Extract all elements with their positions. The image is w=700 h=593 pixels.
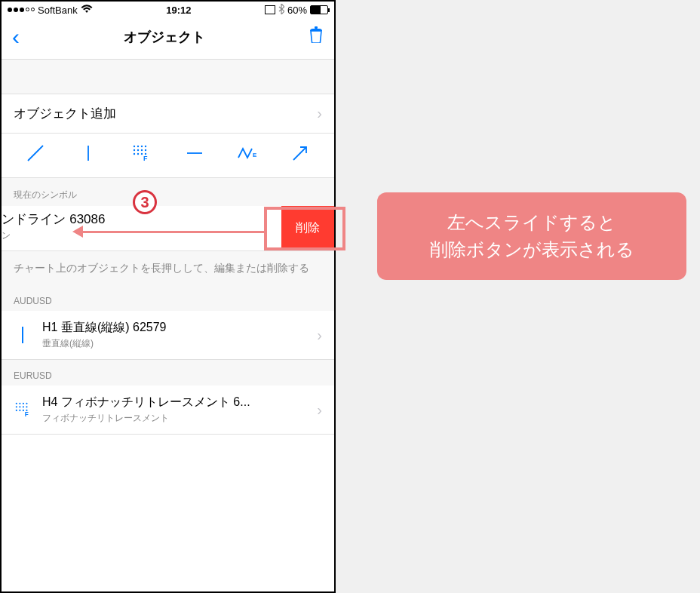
trendline-tool-icon[interactable] <box>20 144 51 167</box>
svg-point-29 <box>23 410 24 411</box>
tool-strip: F E <box>2 134 334 178</box>
horizontal-line-tool-icon[interactable] <box>180 144 210 167</box>
object-row-eurusd-0[interactable]: F H4 フィボナッチリトレースメント 6... フィボナッチリトレースメント … <box>2 386 334 435</box>
object-title: H1 垂直線(縦線) 62579 <box>42 320 306 336</box>
delete-button[interactable]: 削除 <box>281 206 334 250</box>
fibonacci-tool-icon[interactable]: F <box>126 145 156 166</box>
battery-percent: 60% <box>287 5 307 16</box>
callout-line-2: 削除ボタンが表示される <box>400 236 664 263</box>
bluetooth-icon <box>278 4 284 17</box>
back-button[interactable]: ‹ <box>12 26 20 48</box>
svg-point-11 <box>134 153 135 155</box>
carrier-label: SoftBank <box>38 5 78 16</box>
battery-icon <box>310 5 328 14</box>
svg-point-4 <box>137 146 139 147</box>
delete-button-label: 削除 <box>296 220 320 236</box>
svg-text:F: F <box>25 411 29 417</box>
orientation-lock-icon <box>265 5 275 14</box>
add-object-row[interactable]: オブジェクト追加 › <box>2 94 334 134</box>
nav-bar: ‹ オブジェクト <box>2 18 334 60</box>
svg-point-24 <box>19 406 20 407</box>
chevron-right-icon: › <box>317 105 322 122</box>
add-object-label: オブジェクト追加 <box>14 105 116 122</box>
annotation-arrow <box>75 231 264 233</box>
section-header-audusd: AUDUSD <box>2 285 334 311</box>
svg-point-27 <box>16 410 17 411</box>
svg-point-22 <box>26 403 27 404</box>
svg-point-9 <box>141 149 143 151</box>
chevron-right-icon: › <box>317 327 322 344</box>
object-row-audusd-0[interactable]: H1 垂直線(縦線) 62579 垂直線(縦線) › <box>2 311 334 360</box>
section-header-current: 現在のシンボル <box>2 178 334 206</box>
annotation-step-number: 3 <box>133 190 157 214</box>
svg-point-3 <box>134 146 135 147</box>
object-title: H4 フィボナッチリトレースメント 6... <box>42 395 306 410</box>
trash-button[interactable] <box>309 26 324 48</box>
swiped-object-row[interactable]: H4 トレンドライン 63086 レンドライン 削除 <box>2 206 334 251</box>
svg-text:F: F <box>143 155 148 161</box>
status-bar: SoftBank 19:12 60% <box>2 2 334 18</box>
spacer <box>2 60 334 94</box>
arrow-tool-icon[interactable] <box>285 144 315 167</box>
svg-point-5 <box>141 146 143 147</box>
svg-point-28 <box>19 410 20 411</box>
vertical-line-icon <box>14 327 32 343</box>
svg-line-18 <box>293 147 306 160</box>
object-subtitle: フィボナッチリトレースメント <box>42 412 306 425</box>
svg-point-7 <box>134 149 135 151</box>
svg-point-13 <box>141 153 143 155</box>
svg-text:E: E <box>253 152 257 158</box>
phone-frame: SoftBank 19:12 60% ‹ オブジェクト オブジェクト追加 › <box>0 0 336 593</box>
svg-line-1 <box>28 146 43 161</box>
zigzag-tool-icon[interactable]: E <box>232 144 262 167</box>
svg-point-20 <box>19 403 20 404</box>
chevron-right-icon: › <box>317 401 322 419</box>
svg-point-6 <box>145 146 146 147</box>
svg-point-10 <box>145 149 146 151</box>
hint-text: チャート上のオブジェクトを長押しして、編集または削除する <box>2 251 334 285</box>
section-header-eurusd: EURUSD <box>2 360 334 386</box>
annotation-callout: 左へスライドすると 削除ボタンが表示される <box>377 192 686 280</box>
svg-point-25 <box>23 406 24 407</box>
vertical-line-tool-icon[interactable] <box>73 144 103 167</box>
object-subtitle: 垂直線(縦線) <box>42 337 306 350</box>
status-time: 19:12 <box>166 5 191 16</box>
svg-point-12 <box>137 153 139 155</box>
callout-line-1: 左へスライドすると <box>400 209 664 236</box>
svg-point-19 <box>16 403 17 404</box>
page-title: オブジェクト <box>124 28 205 46</box>
svg-point-8 <box>137 149 139 151</box>
wifi-icon <box>81 4 93 16</box>
svg-point-23 <box>16 406 17 407</box>
svg-point-26 <box>26 406 27 407</box>
svg-rect-0 <box>315 26 318 29</box>
svg-point-21 <box>23 403 24 404</box>
fibonacci-icon: F <box>14 402 32 417</box>
swiped-item-title: H4 トレンドライン 63086 <box>0 210 243 228</box>
signal-strength-icon <box>8 8 35 12</box>
